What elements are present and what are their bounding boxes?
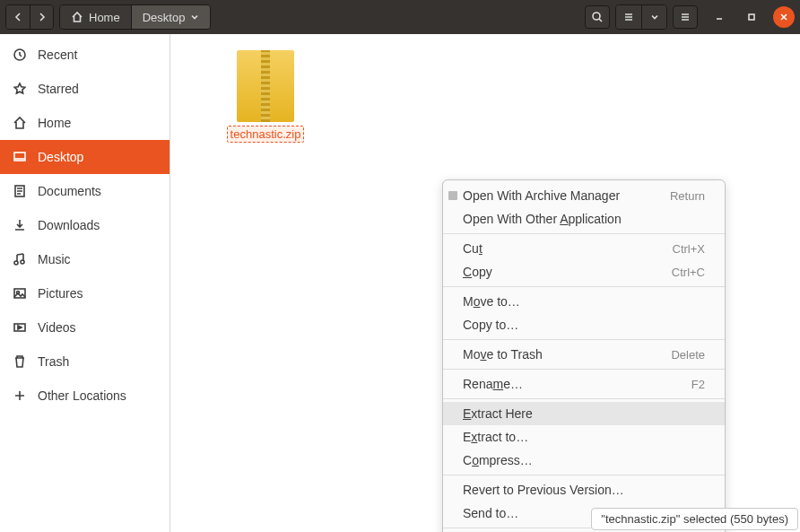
titlebar: Home Desktop <box>0 0 800 34</box>
menu-item-accelerator: Ctrl+C <box>672 266 705 279</box>
close-icon <box>779 13 788 22</box>
menu-item[interactable]: CopyCtrl+C <box>443 260 725 283</box>
path-segment-home[interactable]: Home <box>60 5 131 29</box>
sidebar-item-recent[interactable]: Recent <box>0 38 170 72</box>
chevron-right-icon <box>37 12 48 22</box>
sidebar-item-label: Recent <box>38 48 77 62</box>
path-segment-desktop[interactable]: Desktop <box>131 5 211 29</box>
menu-item[interactable]: Compress… <box>443 449 725 472</box>
sidebar-item-label: Desktop <box>38 150 83 164</box>
menu-item[interactable]: Extract to… <box>443 425 725 449</box>
file-grid: technastic.zip <box>170 34 800 143</box>
minimize-button[interactable] <box>709 6 730 28</box>
file-label: technastic.zip <box>227 126 305 143</box>
menu-item-accelerator: Ctrl+X <box>673 242 705 256</box>
sidebar-item-home[interactable]: Home <box>0 106 170 140</box>
main-area: RecentStarredHomeDesktopDocumentsDownloa… <box>0 34 800 532</box>
status-bar: "technastic.zip" selected (550 bytes) <box>591 508 798 530</box>
menu-separator <box>443 369 725 370</box>
path-label: Desktop <box>143 11 186 24</box>
menu-item-label: Compress… <box>463 453 705 467</box>
starred-icon <box>13 82 27 96</box>
sidebar-item-trash[interactable]: Trash <box>0 344 170 379</box>
home-icon <box>13 116 27 130</box>
sidebar-item-starred[interactable]: Starred <box>0 72 170 106</box>
chevron-down-icon <box>650 13 659 22</box>
menu-separator <box>443 233 725 234</box>
sidebar-item-downloads[interactable]: Downloads <box>0 208 170 242</box>
sidebar-item-label: Starred <box>38 82 79 96</box>
menu-button[interactable] <box>673 5 698 29</box>
forward-button[interactable] <box>30 5 53 29</box>
menu-item[interactable]: CutCtrl+X <box>443 237 725 260</box>
trash-icon <box>13 354 27 369</box>
svg-point-0 <box>593 13 600 20</box>
sidebar-item-pictures[interactable]: Pictures <box>0 276 170 310</box>
menu-item-accelerator: Delete <box>671 348 705 362</box>
path-label: Home <box>89 11 120 24</box>
view-dropdown-button[interactable] <box>641 5 666 29</box>
menu-item[interactable]: Rename…F2 <box>443 372 725 396</box>
videos-icon <box>13 320 27 335</box>
menu-item-label: Extract Here <box>463 406 705 421</box>
sidebar-item-label: Other Locations <box>38 388 126 403</box>
sidebar-item-label: Music <box>38 252 71 266</box>
context-menu: Open With Archive ManagerReturnOpen With… <box>442 179 726 532</box>
menu-item[interactable]: Move to… <box>443 290 725 313</box>
menu-separator <box>443 286 725 287</box>
menu-item-label: Move to Trash <box>463 347 671 362</box>
menu-separator <box>443 398 725 399</box>
chevron-down-icon <box>190 13 199 22</box>
menu-item[interactable]: Copy to… <box>443 313 725 336</box>
menu-item[interactable]: Open With Archive ManagerReturn <box>443 184 725 207</box>
menu-separator <box>443 339 725 340</box>
menu-item-label: Rename… <box>463 377 691 391</box>
sidebar-item-label: Documents <box>38 184 101 198</box>
sidebar-item-label: Videos <box>38 320 76 335</box>
menu-item[interactable]: Open With Other Application <box>443 207 725 231</box>
svg-rect-1 <box>749 14 754 20</box>
other-icon <box>13 388 27 403</box>
sidebar-item-desktop[interactable]: Desktop <box>0 140 170 174</box>
sidebar-item-other[interactable]: Other Locations <box>0 379 170 413</box>
close-button[interactable] <box>773 6 795 28</box>
archive-manager-icon <box>447 189 459 202</box>
recent-icon <box>13 48 27 62</box>
search-icon <box>591 11 604 23</box>
home-icon <box>71 11 83 23</box>
sidebar-item-documents[interactable]: Documents <box>0 174 170 208</box>
minimize-icon <box>715 13 724 22</box>
nav-buttons <box>5 4 54 30</box>
list-icon <box>622 11 635 23</box>
menu-item-label: Extract to… <box>463 430 705 444</box>
sidebar-item-label: Trash <box>38 354 69 369</box>
sidebar-item-label: Downloads <box>38 218 100 232</box>
desktop-icon <box>13 150 27 164</box>
music-icon <box>13 252 27 266</box>
sidebar-item-music[interactable]: Music <box>0 242 170 276</box>
menu-item-label: Copy <box>463 265 672 279</box>
menu-item-label: Revert to Previous Version… <box>463 483 705 497</box>
maximize-button[interactable] <box>741 6 762 28</box>
menu-item-accelerator: F2 <box>691 378 705 391</box>
menu-item-accelerator: Return <box>670 189 705 203</box>
menu-item-label: Move to… <box>463 294 705 309</box>
sidebar-item-label: Home <box>38 116 71 130</box>
chevron-left-icon <box>13 12 23 22</box>
menu-item[interactable]: Extract Here <box>443 402 725 425</box>
menu-item-label: Open With Other Application <box>463 212 705 226</box>
hamburger-icon <box>679 11 691 23</box>
menu-item[interactable]: Revert to Previous Version… <box>443 478 725 501</box>
search-button[interactable] <box>585 5 610 29</box>
sidebar-item-label: Pictures <box>38 286 83 301</box>
view-options <box>615 4 667 30</box>
sidebar-item-videos[interactable]: Videos <box>0 310 170 344</box>
downloads-icon <box>13 218 27 232</box>
list-view-button[interactable] <box>616 5 641 29</box>
pictures-icon <box>13 286 27 301</box>
back-button[interactable] <box>6 5 30 29</box>
menu-separator <box>443 475 725 475</box>
file-item-technastic-zip[interactable]: technastic.zip <box>224 50 307 143</box>
menu-item[interactable]: Move to TrashDelete <box>443 343 725 366</box>
content-pane[interactable]: technastic.zip Open With Archive Manager… <box>170 34 800 532</box>
